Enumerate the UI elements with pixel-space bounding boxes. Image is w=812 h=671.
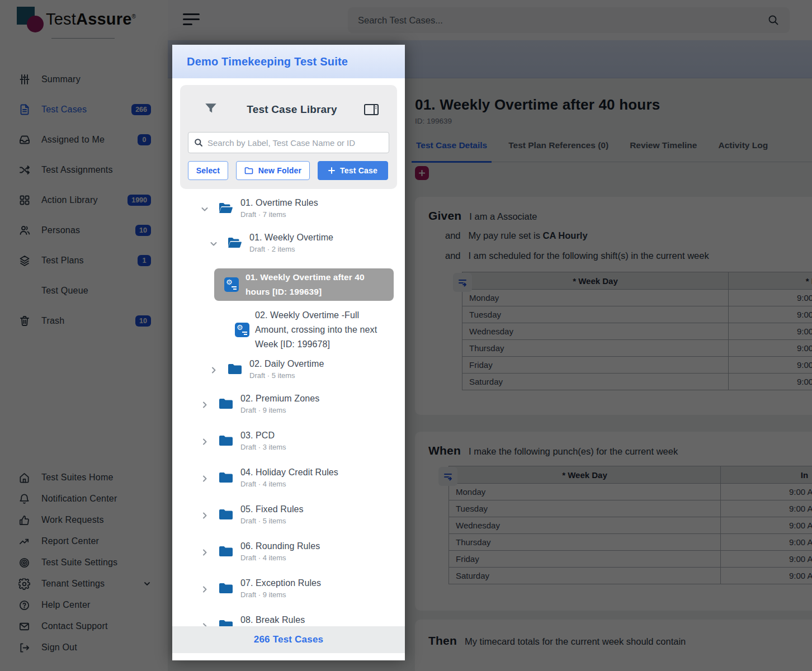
chevron-down-icon[interactable] (209, 239, 218, 248)
chevron-right-icon[interactable] (200, 585, 209, 594)
library-title: Test Case Library (220, 103, 363, 116)
tree-folder-holiday-credit-rules[interactable]: 04. Holiday Credit RulesDraft · 4 items (180, 466, 397, 503)
folder-icon (218, 545, 234, 558)
test-case-icon: ⚙ (224, 277, 239, 292)
filter-icon[interactable] (204, 101, 220, 118)
chevron-right-icon[interactable] (200, 400, 209, 409)
plus-icon (328, 167, 335, 174)
chevron-right-icon[interactable] (209, 366, 218, 375)
modal-backdrop[interactable] (0, 0, 812, 671)
folder-icon (218, 397, 234, 410)
chevron-right-icon[interactable] (200, 548, 209, 557)
test-suite-panel: Demo Timekeeping Test Suite Test Case Li… (172, 45, 405, 660)
panel-title: Demo Timekeeping Test Suite (187, 55, 348, 68)
tree-testcase-item[interactable]: ⚙ 02. Weekly Overtime -Full Amount, cros… (235, 306, 394, 353)
new-folder-button[interactable]: New Folder (236, 161, 310, 180)
search-icon (194, 138, 203, 147)
folder-icon (227, 362, 243, 376)
folder-open-icon (218, 201, 234, 215)
tree-folder-exception-rules[interactable]: 07. Exception RulesDraft · 9 items (180, 577, 397, 614)
chevron-down-icon[interactable] (200, 205, 209, 214)
library-search-input[interactable] (207, 138, 383, 148)
tree-folder-overtime-rules[interactable]: 01. Overtime RulesDraft · 7 items (180, 197, 397, 231)
chevron-right-icon[interactable] (200, 437, 209, 446)
folder-open-icon (227, 236, 243, 249)
tree-folder-fixed-rules[interactable]: 05. Fixed RulesDraft · 5 items (180, 503, 397, 540)
folder-icon (244, 167, 253, 174)
library-search-bar[interactable] (188, 132, 389, 153)
folder-icon (218, 434, 234, 447)
library-controls-card: Test Case Library Select New Folder Test… (180, 85, 397, 189)
panel-layout-icon[interactable] (363, 103, 379, 116)
add-test-case-button[interactable]: Test Case (318, 161, 388, 180)
test-case-icon: ⚙ (235, 323, 249, 337)
chevron-right-icon[interactable] (200, 474, 209, 483)
test-case-count-link[interactable]: 266 Test Cases (254, 634, 323, 645)
tree-folder-break-rules[interactable]: 08. Break Rules (180, 614, 397, 626)
tree-testcase-selected[interactable]: ⚙ 01. Weekly Overtime after 40 hours [ID… (214, 268, 394, 301)
folder-icon (218, 471, 234, 484)
tree-folder-weekly-overtime[interactable]: 01. Weekly OvertimeDraft · 2 items (180, 231, 397, 266)
tree-folder-pcd[interactable]: 03. PCDDraft · 3 items (180, 429, 397, 466)
tree-folder-premium-zones[interactable]: 02. Premium ZonesDraft · 9 items (180, 393, 397, 429)
folder-icon (218, 618, 234, 626)
library-footer: 266 Test Cases (172, 626, 405, 653)
select-button[interactable]: Select (188, 161, 228, 180)
tree-folder-daily-overtime[interactable]: 02. Daily OvertimeDraft · 5 items (180, 358, 397, 393)
panel-header: Demo Timekeeping Test Suite (172, 45, 405, 78)
chevron-right-icon[interactable] (200, 622, 209, 626)
test-case-tree: 01. Overtime RulesDraft · 7 items 01. We… (180, 189, 397, 626)
chevron-right-icon[interactable] (200, 511, 209, 520)
folder-icon (218, 508, 234, 521)
folder-icon (218, 582, 234, 595)
tree-folder-rounding-rules[interactable]: 06. Rounding RulesDraft · 4 items (180, 540, 397, 577)
